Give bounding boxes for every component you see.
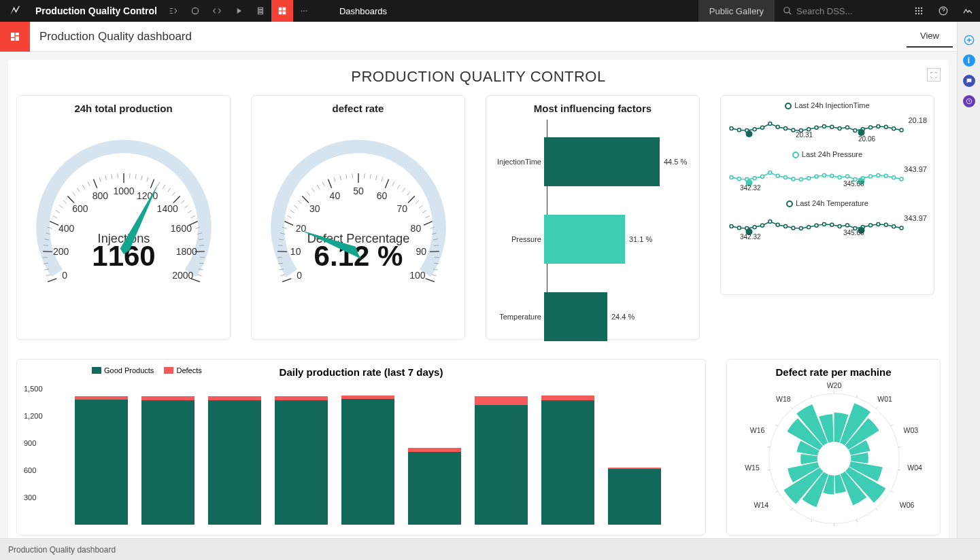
svg-line-60 xyxy=(129,173,130,178)
sub-header: Production Quality dashboard View ← xyxy=(0,22,980,52)
play-icon[interactable] xyxy=(228,0,250,22)
svg-point-12 xyxy=(915,7,917,9)
svg-line-127 xyxy=(375,175,377,180)
svg-point-223 xyxy=(822,223,826,226)
add-icon[interactable] xyxy=(963,34,975,46)
sparklines-card: Last 24h InjectionTime 20.18 20.3120.06 … xyxy=(720,95,934,295)
right-rail: i xyxy=(957,22,980,560)
svg-point-231 xyxy=(884,224,888,227)
nav-dashboards[interactable]: Dashboards xyxy=(328,6,398,16)
svg-text:1400: 1400 xyxy=(156,203,178,214)
svg-point-217 xyxy=(776,223,779,226)
search-input[interactable] xyxy=(796,6,898,16)
svg-text:60: 60 xyxy=(376,190,387,201)
svg-line-109 xyxy=(294,205,298,208)
cards-row-1: 24h total production 0200400600800100012… xyxy=(16,95,941,340)
dashboard-square-icon[interactable] xyxy=(0,22,30,52)
svg-point-172 xyxy=(830,125,834,128)
svg-point-177 xyxy=(869,126,873,129)
svg-text:W03: W03 xyxy=(904,426,919,434)
svg-line-116 xyxy=(322,181,324,186)
svg-text:1600: 1600 xyxy=(170,223,191,234)
svg-text:1200: 1200 xyxy=(137,190,158,201)
svg-line-68 xyxy=(167,188,170,192)
dashboard-icon[interactable] xyxy=(271,0,293,22)
factor-row: Pressure 31.1 % xyxy=(493,215,692,264)
apps-grid-icon[interactable] xyxy=(907,0,931,22)
sparkline: Last 24h Pressure 343.97 342.32345.68 xyxy=(728,150,927,195)
svg-line-105 xyxy=(284,222,293,226)
help-icon[interactable] xyxy=(931,0,956,22)
svg-point-222 xyxy=(815,224,818,227)
svg-line-139 xyxy=(422,211,426,213)
svg-line-61 xyxy=(135,174,136,179)
svg-text:200: 200 xyxy=(52,246,69,257)
view-button[interactable]: View xyxy=(907,25,953,48)
svg-text:10: 10 xyxy=(290,246,301,257)
expand-icon[interactable]: ⛶ xyxy=(927,68,941,82)
history-icon[interactable] xyxy=(963,95,975,107)
code-icon[interactable] xyxy=(206,0,228,22)
flow-icon[interactable] xyxy=(163,0,184,22)
bar-stack xyxy=(408,448,461,525)
svg-line-113 xyxy=(307,192,309,195)
public-gallery-button[interactable]: Public Gallery xyxy=(698,0,775,22)
svg-point-219 xyxy=(792,226,795,230)
svg-point-178 xyxy=(877,125,880,128)
app-logo-icon[interactable] xyxy=(0,0,30,22)
svg-line-135 xyxy=(407,196,414,203)
svg-line-95 xyxy=(280,275,285,276)
card-title: Most influencing factors xyxy=(493,103,692,114)
svg-line-246 xyxy=(856,520,857,523)
factors-chart: InjectionTime 44.5 % Pressure 31.1 % Tem… xyxy=(493,120,692,330)
svg-text:1000: 1000 xyxy=(113,186,134,196)
factor-row: Temperature 24.4 % xyxy=(493,292,692,341)
svg-rect-4 xyxy=(279,7,282,11)
svg-line-62 xyxy=(141,175,142,180)
svg-text:70: 70 xyxy=(396,203,407,214)
activity-icon[interactable] xyxy=(956,0,980,22)
svg-point-190 xyxy=(768,171,772,175)
svg-point-160 xyxy=(737,128,741,132)
svg-point-8 xyxy=(301,10,303,12)
svg-point-233 xyxy=(900,226,903,230)
stack-icon[interactable] xyxy=(250,0,271,22)
cards-row-2: Good Products Defects Daily production r… xyxy=(16,359,941,536)
svg-point-162 xyxy=(753,128,756,131)
footer-bar: Production Quality dashboard xyxy=(0,538,980,560)
svg-line-119 xyxy=(334,177,335,182)
svg-point-191 xyxy=(776,174,779,177)
svg-line-44 xyxy=(59,205,63,208)
svg-line-73 xyxy=(184,205,188,208)
more-icon[interactable] xyxy=(293,0,315,22)
svg-line-66 xyxy=(157,181,159,186)
svg-line-57 xyxy=(117,173,118,178)
svg-line-75 xyxy=(190,215,195,217)
svg-line-239 xyxy=(856,395,857,398)
svg-text:0: 0 xyxy=(297,270,302,281)
svg-line-110 xyxy=(298,200,301,204)
svg-line-125 xyxy=(364,173,365,178)
svg-rect-22 xyxy=(11,33,14,37)
svg-text:1800: 1800 xyxy=(175,246,197,257)
info-icon[interactable]: i xyxy=(963,54,975,67)
svg-point-215 xyxy=(760,224,764,227)
svg-line-117 xyxy=(328,179,331,188)
svg-line-67 xyxy=(163,185,165,189)
svg-line-140 xyxy=(425,215,429,217)
svg-point-216 xyxy=(768,220,772,224)
circle-icon[interactable] xyxy=(184,0,206,22)
svg-point-225 xyxy=(838,225,841,228)
svg-text:W14: W14 xyxy=(754,501,769,509)
svg-point-159 xyxy=(730,127,733,130)
daily-legend: Good Products Defects xyxy=(92,366,210,375)
svg-line-54 xyxy=(99,177,101,182)
svg-text:W15: W15 xyxy=(745,463,760,472)
chat-icon[interactable] xyxy=(963,75,975,87)
svg-point-19 xyxy=(918,13,919,14)
project-title[interactable]: Production Quality Control xyxy=(30,5,163,16)
search-box[interactable] xyxy=(775,0,907,22)
svg-point-196 xyxy=(815,175,818,178)
card-title: 24h total production xyxy=(24,103,223,114)
svg-point-17 xyxy=(921,10,922,12)
